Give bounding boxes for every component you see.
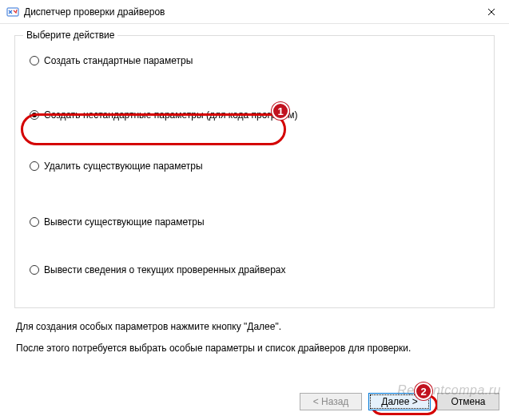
next-button[interactable]: Далее >: [368, 393, 431, 410]
info-text: Для создания особых параметров нажмите к…: [16, 319, 493, 356]
titlebar: Диспетчер проверки драйверов: [0, 0, 509, 24]
groupbox-legend: Выберите действие: [23, 30, 117, 41]
info-line-1: Для создания особых параметров нажмите к…: [16, 319, 493, 335]
radio-label: Создать стандартные параметры: [44, 55, 193, 66]
radio-create-standard[interactable]: Создать стандартные параметры: [30, 55, 483, 66]
radio-icon: [30, 110, 39, 120]
radio-show-current-drivers[interactable]: Вывести сведения о текущих проверенных д…: [30, 264, 483, 275]
radio-icon: [30, 217, 39, 227]
info-line-2: После этого потребуется выбрать особые п…: [16, 341, 493, 356]
radio-label: Удалить существующие параметры: [44, 160, 203, 172]
svg-rect-0: [7, 8, 18, 16]
wizard-buttons: < Назад Далее > Отмена: [300, 393, 499, 410]
client-area: Выберите действие Создать стандартные па…: [0, 24, 509, 356]
radio-label: Вывести сведения о текущих проверенных д…: [44, 264, 286, 275]
radio-create-custom[interactable]: Создать нестандартные параметры (для код…: [30, 109, 483, 121]
back-button: < Назад: [300, 393, 362, 410]
radio-label: Вывести существующие параметры: [44, 216, 205, 228]
app-icon: [6, 6, 19, 18]
window-title: Диспетчер проверки драйверов: [24, 6, 165, 18]
radio-icon: [30, 265, 39, 275]
radio-icon: [30, 56, 39, 65]
radio-delete-existing[interactable]: Удалить существующие параметры: [30, 160, 483, 172]
cancel-button[interactable]: Отмена: [437, 393, 499, 410]
action-groupbox: Выберите действие Создать стандартные па…: [14, 35, 495, 308]
close-button[interactable]: [473, 0, 509, 24]
radio-show-existing[interactable]: Вывести существующие параметры: [30, 216, 483, 228]
radio-label: Создать нестандартные параметры (для код…: [44, 109, 298, 121]
radio-icon: [30, 161, 39, 171]
